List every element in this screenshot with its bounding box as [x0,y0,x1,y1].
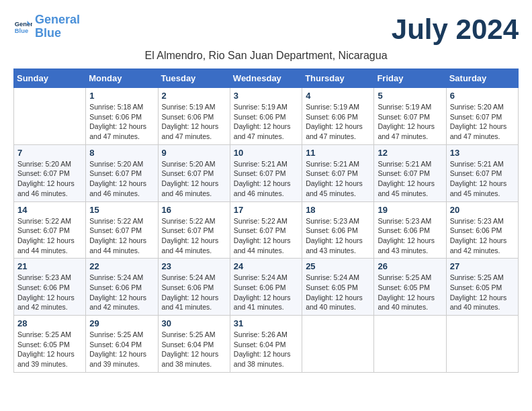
table-row: 15Sunrise: 5:22 AM Sunset: 6:07 PM Dayli… [86,201,158,259]
day-info: Sunrise: 5:19 AM Sunset: 6:06 PM Dayligh… [306,102,370,142]
table-row: 28Sunrise: 5:25 AM Sunset: 6:05 PM Dayli… [14,316,86,373]
day-number: 27 [450,261,515,271]
day-info: Sunrise: 5:19 AM Sunset: 6:06 PM Dayligh… [162,102,226,142]
table-row [446,316,518,373]
table-row: 18Sunrise: 5:23 AM Sunset: 6:06 PM Dayli… [302,201,374,259]
day-number: 13 [450,148,515,158]
day-number: 6 [450,91,515,101]
table-row: 29Sunrise: 5:25 AM Sunset: 6:04 PM Dayli… [86,316,158,373]
day-number: 28 [17,318,82,328]
table-row: 14Sunrise: 5:22 AM Sunset: 6:07 PM Dayli… [14,201,86,259]
day-info: Sunrise: 5:25 AM Sunset: 6:05 PM Dayligh… [450,273,515,312]
column-header-tuesday: Tuesday [158,69,230,88]
table-row: 13Sunrise: 5:21 AM Sunset: 6:07 PM Dayli… [446,144,518,201]
day-info: Sunrise: 5:24 AM Sunset: 6:06 PM Dayligh… [162,273,226,312]
day-info: Sunrise: 5:20 AM Sunset: 6:07 PM Dayligh… [89,159,154,199]
day-info: Sunrise: 5:24 AM Sunset: 6:06 PM Dayligh… [89,273,154,312]
day-number: 18 [306,205,370,215]
day-info: Sunrise: 5:23 AM Sunset: 6:06 PM Dayligh… [17,273,82,312]
table-row: 5Sunrise: 5:19 AM Sunset: 6:07 PM Daylig… [374,88,446,145]
day-info: Sunrise: 5:21 AM Sunset: 6:07 PM Dayligh… [306,159,370,199]
table-row: 2Sunrise: 5:19 AM Sunset: 6:06 PM Daylig… [158,88,230,145]
svg-text:Blue: Blue [15,28,28,34]
column-header-thursday: Thursday [302,69,374,88]
day-info: Sunrise: 5:23 AM Sunset: 6:06 PM Dayligh… [378,216,442,256]
table-row: 12Sunrise: 5:21 AM Sunset: 6:07 PM Dayli… [374,144,446,201]
table-row: 24Sunrise: 5:24 AM Sunset: 6:06 PM Dayli… [230,259,302,316]
column-header-wednesday: Wednesday [230,69,302,88]
day-info: Sunrise: 5:23 AM Sunset: 6:06 PM Dayligh… [306,216,370,256]
day-number: 11 [306,148,370,158]
logo: General Blue General Blue [13,13,80,40]
day-info: Sunrise: 5:21 AM Sunset: 6:07 PM Dayligh… [234,159,298,199]
day-info: Sunrise: 5:22 AM Sunset: 6:07 PM Dayligh… [234,216,298,256]
calendar-table: SundayMondayTuesdayWednesdayThursdayFrid… [13,68,519,373]
day-number: 24 [234,261,298,271]
day-info: Sunrise: 5:24 AM Sunset: 6:05 PM Dayligh… [306,273,370,312]
table-row: 8Sunrise: 5:20 AM Sunset: 6:07 PM Daylig… [86,144,158,201]
table-row: 11Sunrise: 5:21 AM Sunset: 6:07 PM Dayli… [302,144,374,201]
table-row [302,316,374,373]
table-row: 9Sunrise: 5:20 AM Sunset: 6:07 PM Daylig… [158,144,230,201]
day-info: Sunrise: 5:26 AM Sunset: 6:04 PM Dayligh… [234,330,298,369]
day-info: Sunrise: 5:22 AM Sunset: 6:07 PM Dayligh… [89,216,154,256]
day-number: 25 [306,261,370,271]
table-row: 21Sunrise: 5:23 AM Sunset: 6:06 PM Dayli… [14,259,86,316]
day-number: 7 [17,148,82,158]
day-number: 15 [89,205,154,215]
table-row: 27Sunrise: 5:25 AM Sunset: 6:05 PM Dayli… [446,259,518,316]
day-info: Sunrise: 5:25 AM Sunset: 6:04 PM Dayligh… [89,330,154,369]
logo-blue: Blue [35,26,61,40]
column-header-friday: Friday [374,69,446,88]
table-row: 6Sunrise: 5:20 AM Sunset: 6:07 PM Daylig… [446,88,518,145]
day-number: 21 [17,261,82,271]
day-info: Sunrise: 5:22 AM Sunset: 6:07 PM Dayligh… [17,216,82,256]
column-header-monday: Monday [86,69,158,88]
day-info: Sunrise: 5:20 AM Sunset: 6:07 PM Dayligh… [17,159,82,199]
page-title: July 2024 [392,13,519,46]
day-number: 31 [234,318,298,328]
day-info: Sunrise: 5:19 AM Sunset: 6:07 PM Dayligh… [378,102,442,142]
table-row [374,316,446,373]
day-number: 2 [162,91,226,101]
table-row: 7Sunrise: 5:20 AM Sunset: 6:07 PM Daylig… [14,144,86,201]
table-row: 16Sunrise: 5:22 AM Sunset: 6:07 PM Dayli… [158,201,230,259]
column-header-saturday: Saturday [446,69,518,88]
day-number: 9 [162,148,226,158]
logo-text: General Blue [35,13,80,40]
table-row: 10Sunrise: 5:21 AM Sunset: 6:07 PM Dayli… [230,144,302,201]
day-number: 3 [234,91,298,101]
day-number: 4 [306,91,370,101]
day-number: 8 [89,148,154,158]
day-number: 12 [378,148,442,158]
day-number: 29 [89,318,154,328]
day-number: 22 [89,261,154,271]
day-info: Sunrise: 5:21 AM Sunset: 6:07 PM Dayligh… [450,159,515,199]
day-number: 1 [89,91,154,101]
logo-icon: General Blue [13,17,32,36]
table-row: 25Sunrise: 5:24 AM Sunset: 6:05 PM Dayli… [302,259,374,316]
table-row: 26Sunrise: 5:25 AM Sunset: 6:05 PM Dayli… [374,259,446,316]
day-info: Sunrise: 5:25 AM Sunset: 6:05 PM Dayligh… [378,273,442,312]
table-row: 23Sunrise: 5:24 AM Sunset: 6:06 PM Dayli… [158,259,230,316]
column-header-sunday: Sunday [14,69,86,88]
table-row: 31Sunrise: 5:26 AM Sunset: 6:04 PM Dayli… [230,316,302,373]
day-number: 17 [234,205,298,215]
day-number: 26 [378,261,442,271]
day-info: Sunrise: 5:19 AM Sunset: 6:06 PM Dayligh… [234,102,298,142]
logo-general: General [35,13,80,26]
day-number: 30 [162,318,226,328]
day-info: Sunrise: 5:18 AM Sunset: 6:06 PM Dayligh… [89,102,154,142]
table-row: 22Sunrise: 5:24 AM Sunset: 6:06 PM Dayli… [86,259,158,316]
location-subtitle: El Almendro, Rio San Juan Department, Ni… [13,50,519,62]
table-row: 4Sunrise: 5:19 AM Sunset: 6:06 PM Daylig… [302,88,374,145]
table-row: 20Sunrise: 5:23 AM Sunset: 6:06 PM Dayli… [446,201,518,259]
day-number: 19 [378,205,442,215]
day-info: Sunrise: 5:24 AM Sunset: 6:06 PM Dayligh… [234,273,298,312]
day-info: Sunrise: 5:21 AM Sunset: 6:07 PM Dayligh… [378,159,442,199]
day-info: Sunrise: 5:25 AM Sunset: 6:04 PM Dayligh… [162,330,226,369]
day-number: 10 [234,148,298,158]
day-number: 23 [162,261,226,271]
table-row: 1Sunrise: 5:18 AM Sunset: 6:06 PM Daylig… [86,88,158,145]
table-row: 3Sunrise: 5:19 AM Sunset: 6:06 PM Daylig… [230,88,302,145]
